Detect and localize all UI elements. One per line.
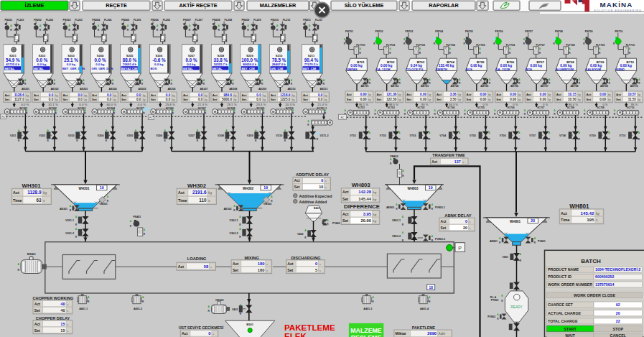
- svg-text:V301-2: V301-2: [65, 232, 74, 235]
- svg-text:kg: kg: [325, 98, 327, 101]
- svg-text:A401-1: A401-1: [79, 308, 88, 310]
- svg-text:0.0: 0.0: [107, 98, 112, 101]
- svg-text:CANCEL: CANCEL: [610, 333, 627, 337]
- svg-text:0.0: 0.0: [166, 98, 171, 101]
- svg-text:90 %: 90 %: [421, 103, 429, 106]
- svg-text:V707: V707: [529, 134, 536, 137]
- svg-text:0.0: 0.0: [49, 93, 54, 97]
- svg-text:kg: kg: [113, 98, 116, 101]
- svg-text:METAL: METAL: [4, 67, 14, 70]
- svg-text:Act: Act: [34, 322, 41, 326]
- svg-text:SOLUTION ENGINEERING: SOLUTION ENGINEERING: [594, 9, 642, 12]
- svg-text:V301-1: V301-1: [65, 219, 74, 222]
- svg-text:FN702: FN702: [375, 30, 383, 33]
- svg-text:SC702: SC702: [388, 106, 395, 109]
- svg-text:kg: kg: [234, 98, 237, 101]
- svg-text:V803-2: V803-2: [392, 235, 401, 238]
- svg-text:-0.6 %: -0.6 %: [152, 57, 166, 63]
- svg-text:Act: Act: [294, 179, 300, 183]
- svg-text:Set: Set: [496, 98, 501, 101]
- svg-text:AE707: AE707: [541, 85, 549, 88]
- svg-text:kg: kg: [608, 93, 611, 96]
- svg-text:Act: Act: [178, 264, 185, 269]
- svg-text:FN707: FN707: [525, 30, 533, 33]
- svg-text:BESLEME: BESLEME: [351, 334, 382, 337]
- svg-text:18: 18: [429, 286, 434, 290]
- svg-text:FN203: FN203: [63, 19, 71, 22]
- svg-text:0.00: 0.00: [420, 93, 426, 96]
- svg-text:21.3 %: 21.3 %: [197, 103, 207, 106]
- svg-text:Act: Act: [151, 93, 156, 97]
- svg-text:0.0 %: 0.0 %: [36, 57, 48, 63]
- svg-text:Act: Act: [496, 93, 501, 96]
- svg-text:Act: Act: [178, 190, 185, 195]
- svg-text:Set: Set: [271, 98, 276, 101]
- svg-text:FL203: FL203: [75, 19, 82, 22]
- svg-text:78.5 %: 78.5 %: [272, 57, 286, 63]
- svg-text:0.0 %: 0.0 %: [21, 103, 29, 106]
- svg-text:AE206: AE206: [167, 88, 175, 91]
- svg-text:0.00: 0.00: [420, 98, 426, 101]
- svg-text:DIFFERENCE: DIFFERENCE: [344, 203, 380, 210]
- svg-text:0.0: 0.0: [198, 93, 203, 97]
- svg-text:kg: kg: [84, 94, 87, 97]
- svg-text:kg: kg: [548, 93, 551, 96]
- svg-text:SİLO YÜKLEME: SİLO YÜKLEME: [345, 2, 384, 9]
- svg-text:ÜST SEVİYE GECİKMESİ: ÜST SEVİYE GECİKMESİ: [179, 326, 224, 330]
- svg-text:0.0: 0.0: [166, 93, 171, 97]
- svg-text:98.5 %: 98.5 %: [389, 103, 398, 106]
- svg-text:MAKİNA: MAKİNA: [600, 1, 633, 9]
- svg-text:96.1 %: 96.1 %: [359, 103, 368, 106]
- svg-text:1127.0: 1127.0: [14, 98, 24, 101]
- svg-text:0 %: 0 %: [602, 103, 607, 106]
- svg-text:0.00: 0.00: [540, 93, 546, 96]
- svg-text:kg: kg: [172, 98, 175, 101]
- svg-text:PV801: PV801: [538, 240, 546, 243]
- svg-text:CHARGE SET: CHARGE SET: [548, 303, 573, 307]
- svg-text:60.0 %: 60.0 %: [106, 103, 116, 106]
- svg-text:FL208: FL208: [225, 19, 232, 22]
- svg-text:FN202: FN202: [34, 19, 42, 22]
- svg-text:READY: READY: [510, 305, 523, 309]
- svg-text:Set: Set: [121, 98, 126, 101]
- svg-text:WORK ORDER CLOSE: WORK ORDER CLOSE: [574, 293, 616, 297]
- svg-text:kg: kg: [263, 98, 266, 101]
- svg-text:0.0: 0.0: [49, 98, 54, 101]
- svg-text:54.9 %: 54.9 %: [6, 57, 20, 63]
- svg-text:AE703: AE703: [421, 85, 429, 88]
- svg-text:B501: B501: [246, 323, 254, 326]
- svg-text:Act: Act: [437, 93, 442, 96]
- svg-text:3.50: 3.50: [450, 98, 457, 101]
- svg-text:kg: kg: [488, 93, 491, 96]
- svg-text:ALUMINYUM: ALUMINYUM: [556, 68, 574, 71]
- svg-text:AE209: AE209: [258, 88, 266, 91]
- svg-text:Set: Set: [34, 98, 39, 101]
- svg-text:58: 58: [204, 264, 209, 269]
- svg-text:Act: Act: [121, 93, 126, 97]
- svg-text:Act: Act: [586, 93, 591, 96]
- svg-text:VM301: VM301: [99, 203, 107, 206]
- svg-text:FLT710: FLT710: [626, 44, 635, 47]
- svg-text:FLT702: FLT702: [386, 44, 395, 47]
- svg-text:19: 19: [263, 185, 268, 190]
- svg-text:Act: Act: [347, 93, 352, 96]
- svg-text:AE708: AE708: [570, 85, 578, 88]
- svg-text:kg: kg: [172, 94, 175, 97]
- svg-text:Miktar: Miktar: [396, 331, 406, 336]
- svg-text:10.57: 10.57: [627, 93, 636, 96]
- svg-text:Act: Act: [342, 212, 349, 216]
- svg-text:20: 20: [616, 311, 620, 315]
- svg-text:FL211: FL211: [315, 19, 322, 22]
- svg-text:FN709: FN709: [585, 30, 593, 33]
- svg-text:FLT708: FLT708: [566, 44, 574, 47]
- svg-text:600400252: 600400252: [595, 274, 615, 279]
- svg-text:180: 180: [258, 268, 265, 272]
- svg-text:1128.9: 1128.9: [27, 190, 42, 195]
- svg-text:Set: Set: [34, 308, 40, 313]
- svg-text:AE705: AE705: [480, 85, 488, 88]
- svg-text:A401-2: A401-2: [134, 308, 142, 310]
- svg-text:ELEK: ELEK: [284, 331, 307, 337]
- svg-text:FL205: FL205: [134, 19, 141, 22]
- svg-text:MALZEMELER: MALZEMELER: [260, 2, 297, 9]
- svg-text:5000.0: 5000.0: [222, 98, 232, 101]
